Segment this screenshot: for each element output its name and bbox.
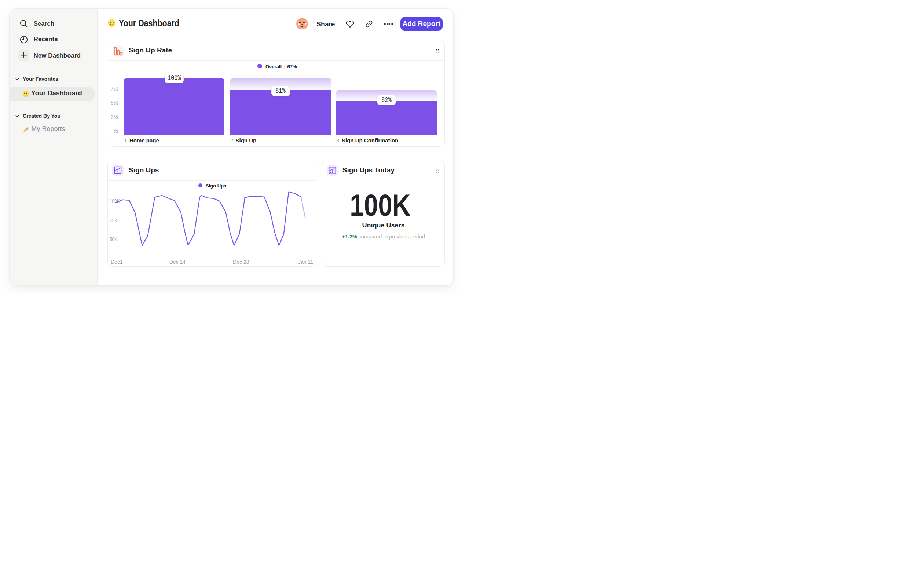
- svg-text:Your Dashboard: Your Dashboard: [119, 19, 179, 28]
- svg-text:100K: 100K: [350, 188, 411, 220]
